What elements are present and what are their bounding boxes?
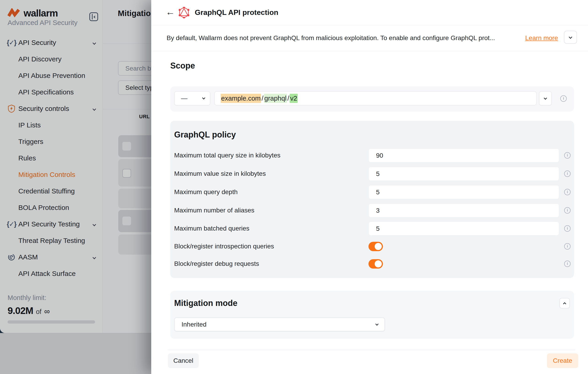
scope-heading: Scope [170, 61, 195, 71]
chevron-down-icon [375, 322, 378, 326]
policy-row: Maximum number of aliases 3 i [174, 201, 570, 219]
chevron-down-icon [544, 96, 547, 100]
chevron-down-icon [569, 35, 572, 39]
policy-label: Maximum value size in kilobytes [174, 170, 266, 177]
info-icon[interactable]: i [564, 170, 571, 177]
url-token-slash: / [287, 94, 290, 103]
drawer-header: ← GraphQL API protection [151, 0, 588, 25]
policy-label: Maximum query depth [174, 188, 238, 196]
policy-label: Maximum total query size in kilobytes [174, 152, 281, 159]
policy-label: Maximum batched queries [174, 225, 249, 232]
info-icon[interactable]: i [564, 152, 571, 159]
policy-row: Maximum query depth 5 i [174, 183, 570, 201]
url-token-path: graphql [264, 94, 287, 103]
policy-row: Block/register introspection queries i [174, 237, 570, 256]
url-token-host: example.com [221, 94, 261, 103]
back-arrow-icon[interactable]: ← [166, 7, 175, 17]
footer-divider [168, 350, 575, 350]
create-button[interactable]: Create [547, 353, 578, 368]
scope-method-value: — [181, 95, 188, 102]
info-icon[interactable]: i [564, 225, 571, 232]
graphql-policy-panel: GraphQL policy Maximum total query size … [170, 121, 574, 278]
graphql-icon [179, 7, 189, 18]
max-batched-queries-input[interactable]: 5 [368, 222, 559, 236]
policy-label: Block/register introspection queries [174, 243, 274, 250]
chevron-down-icon [202, 96, 205, 99]
scope-panel: — example.com/graphql/v2 i [170, 86, 574, 112]
drawer-title: GraphQL API protection [195, 8, 278, 17]
info-icon[interactable]: i [564, 189, 571, 195]
mitigation-mode-select[interactable]: Inherited [174, 317, 385, 331]
mitigation-mode-heading: Mitigation mode [174, 298, 237, 308]
app-root: wallarm Advanced API Security {✓} API Se… [0, 0, 588, 374]
info-icon[interactable]: i [564, 243, 571, 249]
policy-label: Maximum number of aliases [174, 207, 254, 214]
info-icon[interactable]: i [560, 95, 567, 102]
mitigation-mode-value: Inherited [181, 321, 207, 328]
introspection-queries-toggle[interactable] [368, 242, 383, 251]
mitigation-mode-panel: Mitigation mode Inherited [170, 291, 574, 339]
policy-heading: GraphQL policy [174, 130, 236, 140]
policy-row: Maximum total query size in kilobytes 90… [174, 146, 570, 165]
banner-expand-button[interactable] [564, 31, 577, 44]
policy-label: Block/register debug requests [174, 260, 259, 267]
scope-expand-button[interactable] [539, 91, 552, 105]
max-value-size-input[interactable]: 5 [368, 167, 559, 181]
info-icon[interactable]: i [564, 207, 571, 214]
scope-method-select[interactable]: — [174, 91, 210, 105]
policy-row: Maximum value size in kilobytes 5 i [174, 165, 570, 183]
max-total-query-size-input[interactable]: 90 [368, 148, 559, 163]
cancel-button[interactable]: Cancel [168, 353, 199, 368]
learn-more-link[interactable]: Learn more [525, 34, 558, 42]
info-icon[interactable]: i [564, 260, 571, 267]
graphql-protection-drawer: ← GraphQL API protection By default, Wal… [151, 0, 588, 374]
modal-backdrop[interactable] [0, 0, 151, 374]
policy-row: Maximum batched queries 5 i [174, 219, 570, 238]
banner-text: By default, Wallarm does not prevent Gra… [167, 34, 495, 42]
toggle-knob [375, 260, 382, 267]
scope-url-input[interactable]: example.com/graphql/v2 [214, 91, 537, 105]
mitigation-collapse-button[interactable] [559, 298, 570, 309]
policy-row: Block/register debug requests i [174, 255, 570, 273]
max-aliases-input[interactable]: 3 [368, 204, 559, 218]
chevron-up-icon [563, 302, 566, 305]
debug-requests-toggle[interactable] [368, 259, 383, 269]
max-query-depth-input[interactable]: 5 [368, 185, 559, 199]
toggle-knob [375, 243, 382, 250]
url-token-version: v2 [290, 94, 298, 103]
url-token-slash: / [261, 94, 264, 103]
info-banner: By default, Wallarm does not prevent Gra… [151, 26, 588, 51]
